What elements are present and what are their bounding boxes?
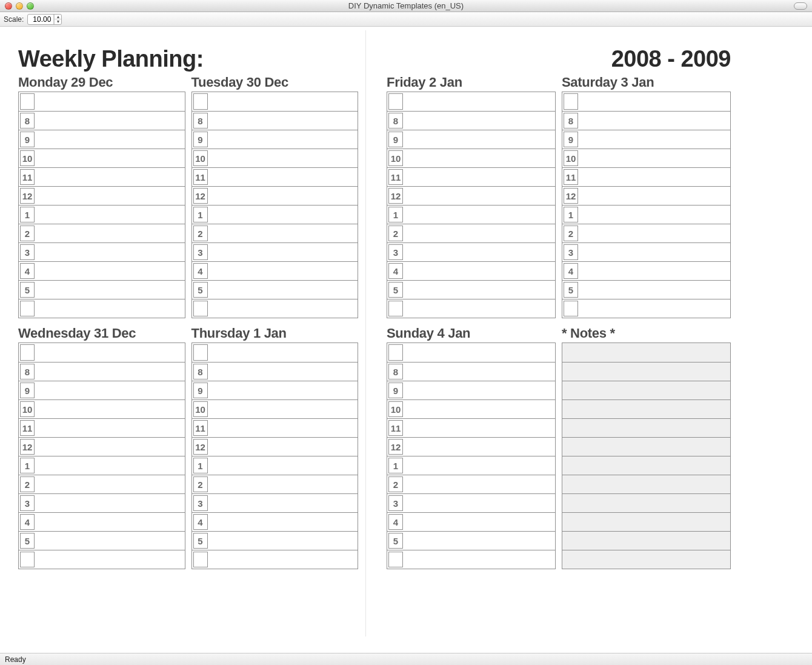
day-wednesday: Wednesday 31 Dec 8 9 10 11 12 1 2 3 4 5 (18, 326, 185, 569)
hour-box: 12 (564, 188, 578, 204)
window-titlebar: DIY Dynamic Templates (en_US) (0, 0, 812, 12)
page-left: Weekly Planning: Monday 29 Dec 8 9 10 11… (15, 30, 366, 637)
note-row (562, 512, 730, 531)
scale-input[interactable] (28, 15, 53, 24)
hour-box: 8 (193, 364, 208, 379)
hour-box: 1 (20, 207, 35, 222)
day-slots: 8 9 10 11 12 1 2 3 4 5 (562, 92, 731, 318)
hour-box: 8 (20, 113, 35, 129)
note-row (562, 475, 730, 493)
note-row (562, 362, 730, 381)
hour-box: 5 (20, 282, 35, 298)
day-label: Saturday 3 Jan (562, 75, 731, 90)
hour-box (193, 93, 208, 110)
hour-box: 1 (193, 458, 208, 473)
day-slots: 8 9 10 11 12 1 2 3 4 5 (387, 92, 556, 318)
close-icon[interactable] (5, 2, 12, 10)
hour-box: 11 (20, 420, 35, 436)
note-row (562, 437, 730, 456)
hour-box: 5 (193, 282, 208, 298)
hour-box: 12 (20, 188, 35, 204)
hour-box (193, 301, 208, 316)
hour-box: 12 (193, 188, 208, 204)
day-monday: Monday 29 Dec 8 9 10 11 12 1 2 3 4 5 (18, 75, 185, 318)
note-row (562, 381, 730, 399)
chevron-up-icon[interactable]: ▲ (54, 15, 61, 19)
hour-box: 5 (388, 533, 403, 549)
hour-box: 2 (193, 476, 208, 492)
day-thursday: Thursday 1 Jan 8 9 10 11 12 1 2 3 4 5 (191, 326, 359, 569)
hour-box: 12 (388, 188, 403, 204)
hour-box: 11 (20, 169, 35, 185)
hour-box: 10 (193, 401, 208, 417)
hour-box: 9 (388, 132, 403, 147)
hour-box: 1 (564, 207, 578, 222)
hour-box: 2 (564, 226, 578, 241)
day-label: Sunday 4 Jan (387, 326, 556, 341)
hour-box: 3 (388, 244, 403, 260)
hour-box: 4 (20, 514, 35, 530)
note-row (562, 550, 730, 569)
hour-box: 5 (564, 282, 578, 298)
notes-block: * Notes * (562, 326, 731, 569)
hour-box: 2 (193, 226, 208, 241)
hour-box: 3 (20, 244, 35, 260)
document-viewport[interactable]: Weekly Planning: Monday 29 Dec 8 9 10 11… (0, 27, 812, 653)
hour-box: 8 (388, 113, 403, 129)
year-range: 2008 - 2009 (611, 46, 731, 72)
hour-box (564, 93, 578, 110)
notes-label: * Notes * (562, 326, 731, 341)
hour-box: 4 (388, 263, 403, 279)
toolbar: Scale: ▲ ▼ (0, 12, 812, 27)
hour-box: 8 (388, 364, 403, 379)
scale-stepper[interactable]: ▲ ▼ (27, 14, 62, 25)
scale-label: Scale: (4, 15, 24, 24)
day-slots: 8 9 10 11 12 1 2 3 4 5 (191, 343, 359, 569)
minimize-icon[interactable] (16, 2, 23, 10)
hour-box: 3 (388, 495, 403, 511)
hour-box: 12 (388, 439, 403, 455)
hour-box: 4 (193, 263, 208, 279)
hour-box (193, 552, 208, 567)
page-header: 2008 - 2009 (387, 46, 731, 72)
day-label: Wednesday 31 Dec (18, 326, 185, 341)
zoom-icon[interactable] (27, 2, 34, 10)
hour-box: 10 (193, 150, 208, 166)
hour-box: 3 (193, 495, 208, 511)
hour-box (20, 93, 35, 110)
hour-box: 3 (20, 495, 35, 511)
status-text: Ready (5, 655, 26, 664)
hour-box: 10 (20, 150, 35, 166)
hour-box: 9 (388, 383, 403, 398)
hour-box: 1 (388, 207, 403, 222)
day-label: Thursday 1 Jan (191, 326, 359, 341)
hour-box: 9 (564, 132, 578, 147)
chevron-down-icon[interactable]: ▼ (54, 19, 61, 24)
day-friday: Friday 2 Jan 8 9 10 11 12 1 2 3 4 5 (387, 75, 556, 318)
day-slots: 8 9 10 11 12 1 2 3 4 5 (387, 343, 556, 569)
hour-box: 4 (564, 263, 578, 279)
traffic-lights (5, 2, 34, 10)
left-day-grid: Monday 29 Dec 8 9 10 11 12 1 2 3 4 5 (18, 75, 358, 569)
hour-box: 11 (193, 169, 208, 185)
hour-box: 4 (388, 514, 403, 530)
page-spread: Weekly Planning: Monday 29 Dec 8 9 10 11… (15, 30, 734, 637)
hour-box: 3 (193, 244, 208, 260)
hour-box (388, 301, 403, 316)
hour-box: 1 (388, 458, 403, 473)
hour-box: 1 (20, 458, 35, 473)
day-slots: 8 9 10 11 12 1 2 3 4 5 (191, 92, 359, 318)
note-row (562, 531, 730, 550)
hour-box: 12 (20, 439, 35, 455)
hour-box: 1 (193, 207, 208, 222)
hour-box: 2 (388, 476, 403, 492)
hour-box: 5 (193, 533, 208, 549)
note-row (562, 343, 730, 362)
hour-box: 9 (20, 132, 35, 147)
toolbar-toggle-pill[interactable] (794, 2, 807, 10)
hour-box (193, 344, 208, 361)
hour-box: 10 (20, 401, 35, 417)
hour-box: 8 (193, 113, 208, 129)
hour-box: 9 (193, 132, 208, 147)
hour-box: 3 (564, 244, 578, 260)
